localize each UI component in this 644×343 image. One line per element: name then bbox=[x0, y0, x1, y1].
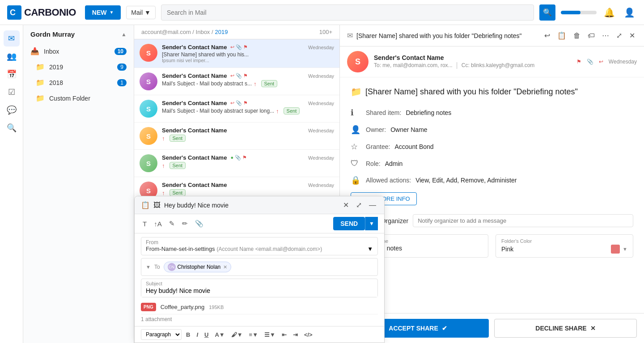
attachment-count: 1 attachment bbox=[141, 316, 378, 322]
svg-text:C: C bbox=[10, 8, 16, 17]
search-icon: 🔍 bbox=[543, 8, 552, 17]
email-icons: ● 📎 ⚑ bbox=[230, 155, 247, 161]
email-item[interactable]: S Sender's Contact Name ↩ 📎 ⚑ Wednesday … bbox=[134, 68, 339, 95]
send-split-button[interactable]: ▼ bbox=[365, 217, 378, 230]
remove-recipient-button[interactable]: ✕ bbox=[223, 264, 227, 270]
edit-button[interactable]: ✎ bbox=[167, 218, 177, 229]
avatar: S bbox=[140, 127, 157, 145]
text-format-button[interactable]: T bbox=[141, 218, 148, 229]
attach-icon: 📎 bbox=[236, 73, 242, 79]
email-item[interactable]: S Sender's Contact Name ↩ 📎 ⚑ Wednesday … bbox=[134, 39, 339, 68]
person-icon: 👤 bbox=[351, 125, 361, 135]
share-actions: ACCEPT SHARE ✔ DECLINE SHARE ✕ bbox=[340, 313, 644, 343]
send-button[interactable]: SEND bbox=[333, 217, 365, 230]
close-compose-button[interactable]: ✕ bbox=[341, 200, 351, 210]
sidebar-item-label: 2018 bbox=[49, 79, 113, 86]
attachment-row: PNG Coffee_party.png 195KB bbox=[141, 300, 378, 314]
folder-badge: 9 bbox=[117, 64, 127, 71]
sidebar-icon-contacts[interactable]: 👥 bbox=[4, 48, 20, 64]
more-button[interactable]: ⋯ bbox=[600, 30, 611, 42]
expand-button[interactable]: ⤢ bbox=[614, 30, 624, 42]
attachment-size: 195KB bbox=[209, 305, 224, 310]
avatar: S bbox=[140, 100, 157, 118]
reply-button[interactable]: ↩ bbox=[542, 30, 552, 42]
share-panel: ✉ [Sharer Name] shared with you his fold… bbox=[340, 25, 644, 343]
expand-compose-button[interactable]: ⤢ bbox=[354, 200, 364, 210]
share-sender-to: To: me, mail@domain.com, rox... bbox=[374, 62, 453, 68]
bold-button[interactable]: B bbox=[184, 330, 192, 339]
sidebar-icon-tasks[interactable]: ☑ bbox=[4, 84, 20, 100]
archive-button[interactable]: 📋 bbox=[555, 30, 568, 42]
sidebar-item-2019[interactable]: 📁 2019 9 bbox=[23, 59, 134, 75]
new-button[interactable]: NEW ▼ bbox=[85, 5, 121, 20]
inbox-badge: 10 bbox=[114, 48, 127, 55]
email-sender: Sender's Contact Name bbox=[162, 154, 227, 161]
sidebar-item-custom[interactable]: 📁 Custom Folder bbox=[23, 90, 134, 106]
email-subject: [Sharer Name] shared with you his... bbox=[162, 51, 334, 58]
attach-icon: 📎 bbox=[235, 155, 241, 161]
email-date: Wednesday bbox=[308, 182, 334, 188]
notify-input[interactable] bbox=[413, 214, 633, 227]
reply-icon: ↩ bbox=[230, 44, 234, 50]
minimize-compose-button[interactable]: — bbox=[367, 200, 378, 210]
green-icon: ● bbox=[230, 155, 233, 161]
underline-button[interactable]: U bbox=[203, 330, 210, 339]
highlight-button[interactable]: 🖌▼ bbox=[229, 330, 245, 339]
numbered-list-button[interactable]: ☰▼ bbox=[263, 330, 277, 339]
outdent-button[interactable]: ⇤ bbox=[280, 330, 288, 339]
account-button[interactable]: 👤 bbox=[622, 5, 637, 20]
font-size-button[interactable]: ↑A bbox=[152, 218, 164, 229]
to-chip-avatar: CN bbox=[168, 263, 176, 271]
search-input[interactable] bbox=[167, 9, 528, 16]
folder-color-field: Folder's Color Pink ▼ bbox=[496, 234, 633, 258]
search-button[interactable]: 🔍 bbox=[539, 4, 555, 21]
to-expand-icon[interactable]: ▼ bbox=[146, 264, 151, 270]
sidebar-icon-mail[interactable]: ✉ bbox=[4, 30, 20, 47]
share-body-title: [Sharer Name] shared with you his folder… bbox=[365, 87, 578, 97]
email-item[interactable]: S Sender's Contact Name Wednesday ↑ Sent bbox=[134, 123, 339, 150]
sent-arrow-icon: ↑ bbox=[162, 162, 165, 169]
sidebar-icon-calendar[interactable]: 📅 bbox=[4, 66, 20, 82]
bullet-list-button[interactable]: ≡▼ bbox=[247, 330, 260, 339]
delete-button[interactable]: 🗑 bbox=[572, 30, 582, 42]
avatar: S bbox=[140, 72, 157, 90]
progress-fill bbox=[561, 11, 580, 14]
italic-button[interactable]: I bbox=[195, 330, 200, 339]
email-item[interactable]: S Sender's Contact Name ● 📎 ⚑ Wednesday … bbox=[134, 150, 339, 177]
folder-icon: 📁 bbox=[36, 94, 45, 102]
avatar: S bbox=[347, 51, 369, 72]
draw-button[interactable]: ✏ bbox=[180, 218, 190, 229]
inbox-icon: 📥 bbox=[30, 47, 39, 55]
email-preview: Ipsum nisi vel imper... bbox=[162, 58, 334, 63]
decline-share-button[interactable]: DECLINE SHARE ✕ bbox=[494, 319, 637, 338]
email-list-header: account@mail.com / Inbox / 2019 100+ bbox=[134, 25, 339, 39]
sidebar-icon-chat[interactable]: 💬 bbox=[4, 102, 20, 118]
source-button[interactable]: </> bbox=[302, 330, 314, 339]
color-picker[interactable]: Pink ▼ bbox=[501, 245, 627, 254]
paragraph-select[interactable]: Paragraph bbox=[141, 329, 182, 340]
sent-badge: Sent bbox=[284, 107, 300, 114]
share-row-grantee: ☆ Grantee: Account Bond bbox=[351, 142, 633, 152]
mail-selector[interactable]: Mail ▼ bbox=[126, 6, 156, 19]
email-content: Sender's Contact Name ↩ 📎 ⚑ Wednesday [S… bbox=[162, 44, 334, 63]
subject-label: Subject bbox=[141, 279, 377, 286]
email-content: Sender's Contact Name ↩ 📎 ⚑ Wednesday Ma… bbox=[162, 100, 334, 114]
compose-icon: 📋 bbox=[141, 201, 150, 209]
tag-button[interactable]: 🏷 bbox=[586, 30, 597, 42]
sidebar-item-inbox[interactable]: 📥 Inbox 10 bbox=[23, 43, 134, 59]
breadcrumb: account@mail.com / Inbox / bbox=[141, 29, 213, 35]
sidebar-item-2018[interactable]: 📁 2018 1 bbox=[23, 75, 134, 90]
font-color-button[interactable]: A▼ bbox=[213, 330, 226, 339]
sidebar-icon-search[interactable]: 🔍 bbox=[4, 120, 20, 136]
chevron-up-icon[interactable]: ▲ bbox=[121, 31, 127, 38]
close-button[interactable]: ✕ bbox=[627, 30, 637, 42]
subject-input[interactable] bbox=[141, 286, 377, 297]
notifications-button[interactable]: 🔔 bbox=[602, 5, 617, 20]
email-item[interactable]: S Sender's Contact Name ↩ 📎 ⚑ Wednesday … bbox=[134, 95, 339, 123]
sent-arrow-icon: ↑ bbox=[276, 108, 279, 114]
indent-button[interactable]: ⇥ bbox=[291, 330, 300, 339]
share-row-owner: 👤 Owner: Owner Name bbox=[351, 125, 633, 135]
topbar: C CARBONIO NEW ▼ Mail ▼ 🔍 🔔 👤 bbox=[0, 0, 644, 25]
attach-button[interactable]: 📎 bbox=[193, 218, 205, 229]
email-top: Sender's Contact Name ↩ 📎 ⚑ Wednesday bbox=[162, 100, 334, 106]
